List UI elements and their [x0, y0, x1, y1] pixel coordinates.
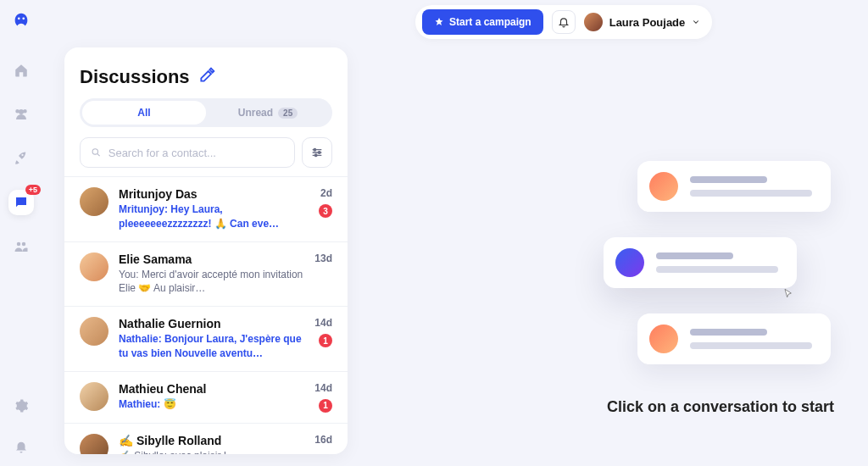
unread-count-badge: 25	[278, 108, 298, 119]
svg-point-2	[318, 152, 320, 154]
bell-icon	[14, 439, 29, 454]
contact-name: Mritunjoy Das	[119, 187, 198, 201]
placeholder-card	[637, 313, 831, 364]
app-logo	[12, 12, 31, 31]
filter-tabs: All Unread 25	[80, 98, 332, 127]
cursor-icon	[782, 288, 795, 302]
empty-state-headline: Click on a conversation to start	[607, 398, 834, 416]
contact-avatar	[80, 252, 108, 281]
placeholder-card	[637, 161, 831, 212]
empty-state: Click on a conversation to start	[593, 161, 848, 416]
contact-avatar	[80, 317, 108, 346]
notifications-button[interactable]	[552, 10, 576, 34]
sidebar-item-campaigns[interactable]	[8, 146, 34, 171]
placeholder-avatar	[649, 172, 678, 201]
message-preview: Mathieu: 😇	[119, 397, 304, 412]
sliders-icon	[310, 146, 324, 159]
sidebar-item-team[interactable]	[8, 102, 34, 127]
contact-name: Mathieu Chenal	[119, 382, 206, 396]
contact-name: Nathalie Guernion	[119, 317, 221, 330]
rocket-icon	[14, 151, 29, 166]
edit-icon	[198, 67, 215, 84]
compose-button[interactable]	[198, 67, 215, 87]
user-name-label: Laura Poujade	[609, 16, 686, 29]
people-icon	[14, 239, 29, 254]
conversation-row[interactable]: ✍️Sibylle Rolland✍️ Sibylle: avec plaisi…	[64, 424, 348, 454]
start-campaign-label: Start a campaign	[449, 16, 531, 28]
gear-icon	[14, 398, 29, 413]
message-preview: Mritunjoy: Hey Laura, pleeeeeeezzzzzzzz!…	[119, 202, 309, 231]
user-menu[interactable]: Laura Poujade	[584, 13, 701, 31]
home-icon	[14, 63, 29, 78]
sidebar-item-chat[interactable]: +5	[8, 190, 34, 215]
unread-badge: 1	[319, 334, 332, 347]
message-preview: ✍️ Sibylle: avec plaisir !	[119, 449, 304, 454]
chat-icon	[14, 195, 29, 210]
chevron-down-icon	[692, 18, 700, 26]
sidebar-item-alerts[interactable]	[8, 434, 34, 459]
contact-name: Elie Samama	[119, 252, 192, 266]
contact-avatar	[80, 434, 108, 454]
search-box[interactable]	[80, 137, 295, 168]
contact-name: ✍️Sibylle Rolland	[119, 434, 221, 447]
sidebar-item-contacts[interactable]	[8, 234, 34, 259]
filter-button[interactable]	[302, 137, 332, 168]
user-avatar	[584, 13, 603, 31]
users-icon	[14, 107, 29, 122]
conversation-row[interactable]: Mritunjoy DasMritunjoy: Hey Laura, pleee…	[64, 176, 348, 242]
conversation-list: Mritunjoy DasMritunjoy: Hey Laura, pleee…	[64, 176, 348, 454]
sidebar-item-home[interactable]	[8, 58, 34, 83]
search-icon	[91, 147, 102, 158]
conversation-row[interactable]: Elie SamamaYou: Merci d'avoir accepté mo…	[64, 242, 348, 308]
placeholder-avatar	[649, 325, 678, 353]
placeholder-card	[604, 237, 797, 288]
svg-point-3	[314, 154, 317, 157]
conversation-time: 2d	[320, 187, 332, 199]
conversation-row[interactable]: Nathalie GuernionNathalie: Bonjour Laura…	[64, 307, 348, 372]
top-bar: Start a campaign Laura Poujade	[415, 5, 712, 39]
unread-badge: 3	[319, 204, 332, 218]
svg-point-0	[92, 149, 97, 154]
discussions-panel: Discussions All Unread 25 Mritunjoy DasM…	[64, 47, 348, 454]
tab-unread[interactable]: Unread 25	[206, 101, 330, 125]
panel-title: Discussions	[80, 66, 190, 88]
contact-avatar	[80, 187, 108, 216]
conversation-time: 14d	[314, 382, 332, 394]
placeholder-avatar	[615, 248, 644, 277]
sidebar-item-settings[interactable]	[8, 393, 34, 419]
start-campaign-button[interactable]: Start a campaign	[422, 9, 543, 35]
svg-point-1	[314, 148, 316, 151]
unread-badge: 1	[319, 399, 332, 413]
conversation-time: 16d	[314, 434, 332, 446]
message-preview: You: Merci d'avoir accepté mon invitatio…	[119, 268, 304, 297]
conversation-time: 14d	[314, 317, 332, 329]
tab-all[interactable]: All	[82, 101, 206, 125]
sidebar-bottom	[0, 393, 42, 459]
conversation-row[interactable]: Mathieu ChenalMathieu: 😇14d1	[64, 372, 348, 424]
conversation-time: 13d	[314, 252, 332, 264]
bell-icon	[558, 16, 570, 28]
rocket-icon	[434, 17, 444, 27]
sidebar-chat-badge: +5	[25, 185, 41, 195]
contact-avatar	[80, 382, 108, 411]
search-input[interactable]	[108, 147, 284, 159]
message-preview: Nathalie: Bonjour Laura, J'espère que tu…	[119, 332, 304, 361]
